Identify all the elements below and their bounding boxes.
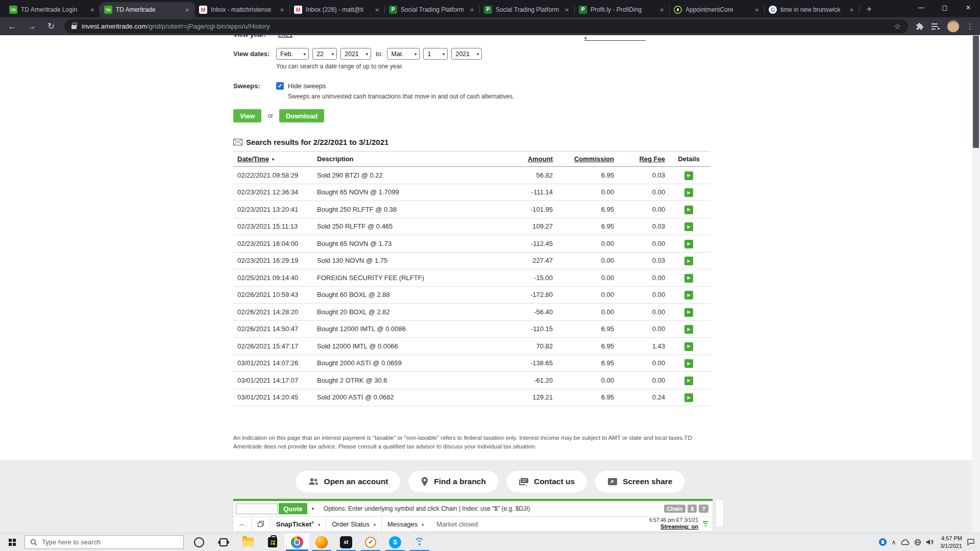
column-commission[interactable]: Commission (574, 155, 614, 163)
address-bar[interactable]: invest.ameritrade.com/grid/p/site#r=jPag… (64, 19, 908, 33)
streaming-link[interactable]: Streaming: on (649, 523, 698, 531)
details-button[interactable]: ▶ (684, 240, 693, 248)
scrollbar-thumb[interactable] (973, 36, 979, 148)
quote-symbol-input[interactable] (236, 504, 278, 514)
dollar-button[interactable]: $ (688, 505, 697, 513)
chain-button[interactable]: Chain (664, 505, 686, 513)
bookmark-star-icon[interactable]: ☆ (894, 22, 901, 31)
view-button[interactable]: View (233, 109, 261, 122)
tab-close-icon[interactable]: ✕ (279, 7, 286, 13)
quote-button[interactable]: Quote (279, 503, 307, 514)
new-tab-button[interactable]: + (863, 3, 876, 16)
screen-share-button[interactable]: Screen share (595, 471, 684, 492)
hide-sweeps-checkbox-label[interactable]: Hide sweeps (288, 82, 326, 90)
taskview-taskbar-icon[interactable] (211, 533, 236, 551)
messages-menu[interactable]: Messages ▴ (382, 517, 429, 531)
details-button[interactable]: ▶ (684, 325, 693, 334)
tab-close-icon[interactable]: ✕ (89, 7, 96, 13)
to-year-select[interactable]: 2021▾ (451, 48, 482, 60)
onedrive-cloud-icon[interactable] (900, 539, 910, 545)
back-icon[interactable]: ← (6, 21, 18, 32)
details-button[interactable]: ▶ (684, 393, 693, 402)
taskbar-search[interactable]: Type here to search (24, 535, 184, 549)
minimize-button[interactable]: — (910, 0, 933, 15)
details-button[interactable]: ▶ (684, 188, 693, 197)
forward-icon[interactable]: → (26, 21, 38, 32)
browser-tab[interactable]: AppointmentCore✕ (670, 2, 765, 17)
details-button[interactable]: ▶ (684, 222, 693, 231)
column-date-time[interactable]: Date/Time (237, 155, 269, 163)
hidden-icons-chevron[interactable]: ∧ (891, 539, 896, 546)
action-center-icon[interactable] (967, 538, 975, 546)
column-amount[interactable]: Amount (528, 155, 553, 163)
browser-tab[interactable]: PSocial Trading Platform✕ (385, 2, 480, 17)
from-month-select[interactable]: Feb.▾ (276, 48, 309, 60)
clock-taskbar-icon[interactable]: ✓ (358, 533, 383, 551)
cutoff-link[interactable]: ▾ (584, 36, 646, 41)
column-reg-fee[interactable]: Reg Fee (639, 155, 665, 163)
volume-icon[interactable] (926, 539, 934, 545)
browser-tab[interactable]: PSocial Trading Platform✕ (480, 2, 575, 17)
wifi-taskbar-icon[interactable] (407, 533, 432, 551)
browser-menu-icon[interactable]: ⋮ (966, 22, 974, 31)
details-button[interactable]: ▶ (684, 342, 693, 351)
tab-close-icon[interactable]: ✕ (184, 7, 191, 13)
browser-tab[interactable]: MInbox (226) - matt@ti✕ (290, 2, 385, 17)
maximize-button[interactable]: ▢ (933, 0, 957, 15)
find-a-branch-button[interactable]: Find a branch (408, 471, 498, 492)
tab-close-icon[interactable]: ✕ (848, 7, 855, 13)
tab-close-icon[interactable]: ✕ (658, 7, 666, 13)
details-button[interactable]: ▶ (684, 308, 693, 317)
collapse-panel-button[interactable]: ︿ (233, 517, 252, 531)
download-button[interactable]: Download (279, 109, 324, 122)
tray-badge-icon[interactable] (879, 538, 887, 546)
close-button[interactable]: ✕ (957, 0, 980, 15)
tab-close-icon[interactable]: ✕ (753, 7, 761, 13)
order-status-menu[interactable]: Order Status ▴ (326, 517, 382, 531)
page-scrollbar[interactable] (972, 35, 980, 533)
firefox-taskbar-icon[interactable] (309, 533, 334, 551)
explorer-taskbar-icon[interactable] (236, 533, 260, 551)
tab-close-icon[interactable]: ✕ (469, 7, 476, 13)
details-button[interactable]: ▶ (684, 171, 693, 180)
from-year-select[interactable]: 2021▾ (340, 48, 371, 60)
skype-taskbar-icon[interactable]: S (383, 533, 407, 551)
details-button[interactable]: ▶ (684, 257, 693, 265)
browser-tab[interactable]: TDTD Ameritrade Login✕ (5, 2, 100, 17)
view-year-link[interactable]: 2021 (278, 35, 293, 38)
start-button[interactable] (0, 533, 24, 551)
browser-tab[interactable]: Gtime in new brunswick✕ (765, 2, 860, 17)
details-button[interactable]: ▶ (684, 377, 693, 385)
help-button[interactable]: ? (699, 505, 708, 513)
hide-sweeps-checkbox[interactable]: ✓ (276, 82, 284, 90)
extensions-icon[interactable] (915, 22, 924, 31)
network-icon[interactable] (914, 539, 921, 546)
tab-close-icon[interactable]: ✕ (564, 7, 571, 13)
contact-us-button[interactable]: Contact us (506, 471, 587, 492)
from-day-select[interactable]: 22▾ (312, 48, 337, 60)
store-taskbar-icon[interactable] (260, 533, 285, 551)
to-day-select[interactable]: 1▾ (423, 48, 448, 60)
snapticket-menu[interactable]: SnapTicket® ▴ (271, 517, 326, 531)
quote-dropdown-icon[interactable]: ▾ (312, 506, 314, 511)
browser-tab[interactable]: TDTD Ameritrade✕ (100, 2, 195, 17)
tab-close-icon[interactable]: ✕ (374, 7, 381, 13)
details-button[interactable]: ▶ (684, 206, 693, 214)
sort-ascending-icon: ▲ (271, 157, 275, 161)
side-panel-icon[interactable] (931, 22, 940, 31)
chrome-taskbar-icon[interactable] (285, 533, 309, 551)
details-button[interactable]: ▶ (684, 274, 693, 283)
details-button[interactable]: ▶ (684, 359, 693, 368)
to-month-select[interactable]: Mar.▾ (387, 48, 420, 60)
profile-avatar[interactable] (947, 20, 960, 33)
details-button[interactable]: ▶ (684, 291, 693, 299)
stocktwits-taskbar-icon[interactable]: st (334, 533, 358, 551)
snapticket-label: SnapTicket® (276, 520, 314, 528)
browser-tab[interactable]: MInbox - mattchristense✕ (195, 2, 290, 17)
browser-tab[interactable]: PProfit.ly - ProfiDing✕ (575, 2, 670, 17)
cortana-taskbar-icon[interactable] (187, 533, 211, 551)
popout-button[interactable] (252, 517, 271, 531)
taskbar-clock[interactable]: 4:57 PM 3/1/2021 (940, 535, 962, 549)
open-an-account-button[interactable]: Open an account (296, 471, 401, 492)
reload-icon[interactable]: ↻ (45, 21, 57, 32)
